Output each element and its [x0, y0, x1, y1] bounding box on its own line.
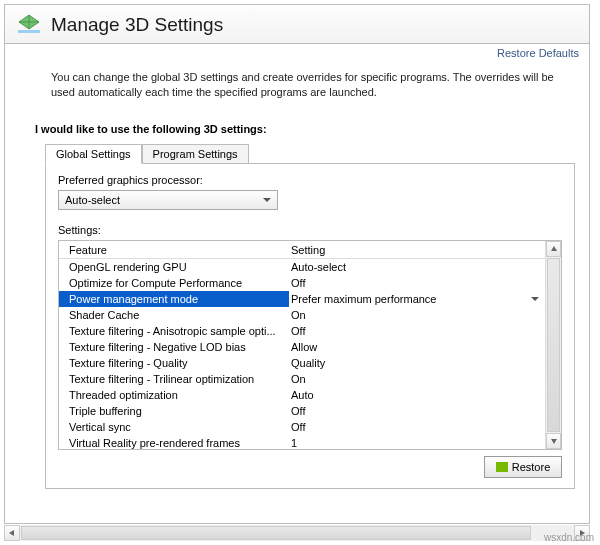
panel-3d-icon [15, 11, 43, 39]
watermark: wsxdn.com [544, 532, 594, 543]
grid-cell-feature: Power management mode [59, 291, 289, 307]
svg-marker-4 [551, 246, 557, 251]
hscroll-left-button[interactable] [4, 525, 20, 541]
grid-cell-setting: Auto [289, 387, 545, 403]
tab-body: Preferred graphics processor: Auto-selec… [45, 163, 575, 489]
scroll-down-button[interactable] [546, 433, 561, 449]
grid-row[interactable]: Vertical syncOff [59, 419, 545, 435]
grid-vertical-scrollbar[interactable] [545, 241, 561, 449]
tabs-container: Global Settings Program Settings Preferr… [45, 143, 575, 489]
grid-cell-setting: Allow [289, 339, 545, 355]
grid-cell-setting: Off [289, 403, 545, 419]
svg-marker-5 [551, 439, 557, 444]
restore-button[interactable]: Restore [484, 456, 562, 478]
grid-cell-setting-dropdown[interactable]: Prefer maximum performance [289, 291, 545, 307]
grid-cell-setting: On [289, 307, 545, 323]
grid-header: Feature Setting [59, 241, 561, 259]
grid-cell-feature: Texture filtering - Trilinear optimizati… [59, 371, 289, 387]
grid-cell-feature: Texture filtering - Anisotropic sample o… [59, 323, 289, 339]
preferred-processor-label: Preferred graphics processor: [58, 174, 562, 186]
hscroll-thumb[interactable] [21, 526, 531, 540]
grid-cell-setting: On [289, 371, 545, 387]
tabs: Global Settings Program Settings [45, 143, 575, 163]
grid-row[interactable]: Texture filtering - Negative LOD biasAll… [59, 339, 545, 355]
svg-rect-0 [18, 30, 40, 33]
settings-grid-label: Settings: [58, 224, 562, 236]
tab-global-settings[interactable]: Global Settings [45, 144, 142, 164]
grid-row[interactable]: Texture filtering - Trilinear optimizati… [59, 371, 545, 387]
preferred-processor-select[interactable]: Auto-select [58, 190, 278, 210]
grid-cell-feature: Vertical sync [59, 419, 289, 435]
grid-row[interactable]: Triple bufferingOff [59, 403, 545, 419]
grid-cell-feature: Threaded optimization [59, 387, 289, 403]
grid-row[interactable]: Optimize for Compute PerformanceOff [59, 275, 545, 291]
preferred-processor-value: Auto-select [65, 194, 120, 206]
grid-cell-feature: Texture filtering - Negative LOD bias [59, 339, 289, 355]
grid-cell-feature: Shader Cache [59, 307, 289, 323]
settings-grid: Feature Setting OpenGL rendering GPUAuto… [58, 240, 562, 450]
grid-body: OpenGL rendering GPUAuto-selectOptimize … [59, 259, 545, 449]
nvidia-badge-icon [496, 462, 508, 472]
tab-program-settings[interactable]: Program Settings [142, 144, 249, 164]
grid-row[interactable]: Power management modePrefer maximum perf… [59, 291, 545, 307]
settings-section-label: I would like to use the following 3D set… [35, 123, 575, 135]
grid-row[interactable]: Virtual Reality pre-rendered frames1 [59, 435, 545, 450]
grid-cell-setting: Quality [289, 355, 545, 371]
restore-defaults-link[interactable]: Restore Defaults [497, 47, 579, 59]
panel-horizontal-scrollbar[interactable] [4, 525, 590, 541]
grid-header-setting[interactable]: Setting [289, 241, 561, 258]
page-title: Manage 3D Settings [51, 14, 579, 36]
grid-cell-feature: Texture filtering - Quality [59, 355, 289, 371]
grid-row[interactable]: Texture filtering - QualityQuality [59, 355, 545, 371]
grid-cell-setting: Off [289, 275, 545, 291]
grid-cell-feature: Triple buffering [59, 403, 289, 419]
grid-row[interactable]: Threaded optimizationAuto [59, 387, 545, 403]
panel-header: Manage 3D Settings [5, 5, 589, 44]
svg-marker-6 [9, 530, 14, 536]
settings-panel: Manage 3D Settings Restore Defaults You … [4, 4, 590, 524]
grid-cell-setting: Off [289, 419, 545, 435]
description-text: You can change the global 3D settings an… [51, 70, 575, 101]
restore-button-label: Restore [512, 461, 551, 473]
grid-cell-setting: Auto-select [289, 259, 545, 275]
grid-row[interactable]: Shader CacheOn [59, 307, 545, 323]
grid-row[interactable]: Texture filtering - Anisotropic sample o… [59, 323, 545, 339]
grid-row[interactable]: OpenGL rendering GPUAuto-select [59, 259, 545, 275]
scroll-thumb[interactable] [547, 258, 560, 432]
grid-cell-setting: Off [289, 323, 545, 339]
grid-cell-feature: OpenGL rendering GPU [59, 259, 289, 275]
scroll-up-button[interactable] [546, 241, 561, 257]
grid-cell-setting: 1 [289, 435, 545, 450]
grid-cell-feature: Virtual Reality pre-rendered frames [59, 435, 289, 450]
grid-cell-feature: Optimize for Compute Performance [59, 275, 289, 291]
grid-header-feature[interactable]: Feature [59, 241, 289, 258]
grid-footer: Restore [58, 456, 562, 478]
